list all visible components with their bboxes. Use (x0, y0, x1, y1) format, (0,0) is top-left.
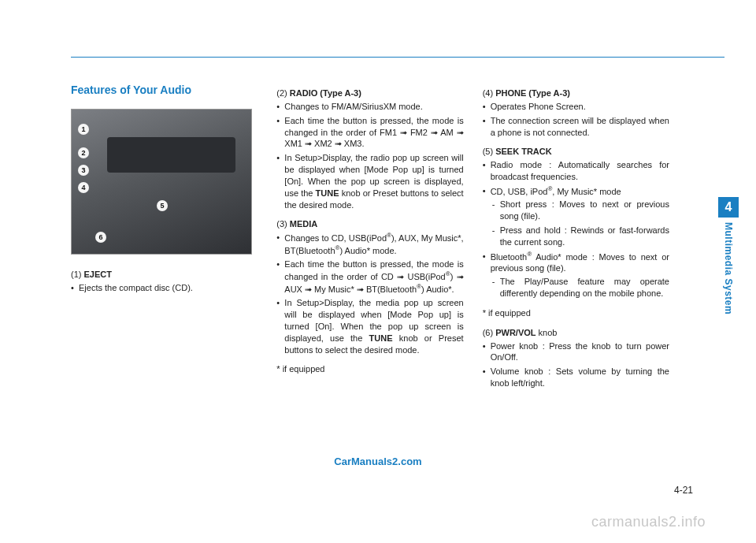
list-item: In Setup>Display, the media pop up scree… (276, 297, 463, 355)
section-title: Features of Your Audio (71, 83, 258, 98)
callout-4: 4 (78, 182, 89, 193)
callout-1: 1 (78, 124, 89, 135)
list-item: Radio mode : Automatically searches for … (483, 159, 669, 183)
list-item: Changes to CD, USB(iPod®), AUX, My Music… (276, 232, 463, 256)
chapter-name: Multimedia System (723, 222, 734, 314)
heading-seek-track: (5) SEEK TRACK (483, 146, 669, 158)
list-item: In Setup>Display, the radio pop up scree… (276, 152, 463, 210)
top-rule (71, 57, 724, 58)
heading-phone: (4) PHONE (Type A-3) (483, 87, 669, 99)
column-2: (2) RADIO (Type A-3) Changes to FM/AM/Si… (276, 83, 463, 397)
chapter-number: 4 (718, 197, 739, 218)
callout-2: 2 (78, 147, 89, 158)
list-media: Changes to CD, USB(iPod®), AUX, My Music… (276, 232, 463, 355)
list-item: Each time the button is pressed, the mod… (276, 258, 463, 295)
list-item: Each time the button is pressed, the mod… (276, 115, 463, 151)
callout-6: 6 (95, 232, 106, 243)
column-3: (4) PHONE (Type A-3) Operates Phone Scre… (483, 83, 669, 397)
audio-unit-photo: 1 2 3 4 5 6 (71, 109, 252, 255)
list-item: Changes to FM/AM/SiriusXM mode. (276, 101, 463, 113)
list-item: Operates Phone Screen. (483, 101, 669, 113)
column-1: Features of Your Audio 1 2 3 4 5 6 (1) E… (71, 83, 258, 397)
chapter-tab: 4 Multimedia System (718, 197, 739, 314)
list-phone: Operates Phone Screen. The connection sc… (483, 101, 669, 139)
list-item: Ejects the compact disc (CD). (71, 282, 258, 294)
list-item: Short press : Moves to next or previous … (491, 199, 669, 222)
heading-eject: (1) EJECT (71, 269, 258, 281)
page-number: 4-21 (674, 485, 693, 496)
heading-pwr-vol: (6) PWR/VOL knob (483, 327, 669, 339)
list-item: The Play/Pause feature may operate diffe… (491, 276, 669, 299)
footnote: * if equipped (483, 307, 669, 319)
list-seek-track: Radio mode : Automatically searches for … (483, 159, 669, 299)
list-item: Volume knob : Sets volume by turning the… (483, 366, 669, 389)
list-pwr-vol: Power knob : Press the knob to turn powe… (483, 340, 669, 389)
sub-list: Short press : Moves to next or previous … (491, 199, 669, 247)
list-item: Press and hold : Rewinds or fast-forward… (491, 225, 669, 248)
list-item: Power knob : Press the knob to turn powe… (483, 340, 669, 364)
callout-5: 5 (157, 200, 168, 211)
list-item: CD, USB, iPod®, My Music* mode Short pre… (483, 185, 669, 248)
sub-list: The Play/Pause feature may operate diffe… (491, 276, 669, 299)
watermark-bottom: carmanuals2.info (591, 514, 706, 530)
list-radio: Changes to FM/AM/SiriusXM mode. Each tim… (276, 101, 463, 211)
footnote: * if equipped (276, 363, 463, 375)
page-content: Features of Your Audio 1 2 3 4 5 6 (1) E… (71, 83, 669, 397)
list-item: The connection screen will be displayed … (483, 115, 669, 139)
list-item: Bluetooth® Audio* mode : Moves to next o… (483, 251, 669, 299)
callout-3: 3 (78, 165, 89, 176)
watermark-center: CarManuals2.com (334, 456, 421, 467)
heading-radio: (2) RADIO (Type A-3) (276, 87, 463, 99)
heading-media: (3) MEDIA (276, 218, 463, 230)
list-eject: Ejects the compact disc (CD). (71, 282, 258, 294)
